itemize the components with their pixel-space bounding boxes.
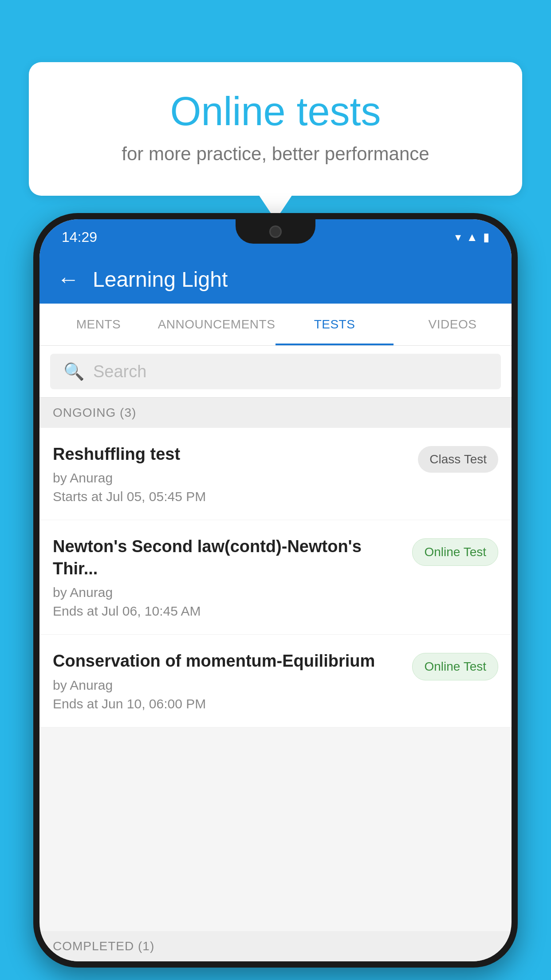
test-item-1[interactable]: Reshuffling test by Anurag Starts at Jul… — [39, 428, 512, 520]
test-time-1: Starts at Jul 05, 05:45 PM — [53, 489, 409, 504]
test-author-1: by Anurag — [53, 470, 409, 486]
app-title: Learning Light — [93, 267, 228, 292]
bubble-title: Online tests — [64, 89, 487, 134]
test-author-3: by Anurag — [53, 678, 403, 693]
test-time-3: Ends at Jun 10, 06:00 PM — [53, 696, 403, 711]
test-name-3: Conservation of momentum-Equilibrium — [53, 650, 403, 672]
test-badge-3: Online Test — [412, 653, 498, 680]
ongoing-label: ONGOING (3) — [53, 406, 136, 419]
tab-tests[interactable]: TESTS — [276, 304, 394, 345]
tab-ments[interactable]: MENTS — [39, 304, 157, 345]
status-icons: ▾ ▲ ▮ — [455, 230, 489, 244]
completed-label: COMPLETED (1) — [53, 939, 154, 953]
tabs-bar: MENTS ANNOUNCEMENTS TESTS VIDEOS — [39, 304, 512, 346]
search-icon: 🔍 — [63, 362, 84, 381]
search-container: 🔍 Search — [39, 346, 512, 398]
tab-announcements[interactable]: ANNOUNCEMENTS — [157, 304, 276, 345]
notch — [236, 219, 315, 244]
status-bar: 14:29 ▾ ▲ ▮ — [39, 219, 512, 255]
completed-section-header: COMPLETED (1) — [39, 931, 512, 961]
camera — [269, 225, 282, 238]
status-time: 14:29 — [62, 229, 97, 245]
battery-icon: ▮ — [483, 230, 489, 244]
tab-videos[interactable]: VIDEOS — [394, 304, 512, 345]
signal-icon: ▲ — [466, 230, 478, 244]
test-name-1: Reshuffling test — [53, 443, 409, 465]
wifi-icon: ▾ — [455, 230, 461, 244]
speech-bubble: Online tests for more practice, better p… — [29, 62, 522, 196]
tests-list: Reshuffling test by Anurag Starts at Jul… — [39, 428, 512, 727]
test-info-3: Conservation of momentum-Equilibrium by … — [53, 650, 403, 711]
phone-container: 14:29 ▾ ▲ ▮ ← Learning Light MENTS — [33, 213, 518, 980]
test-item-2[interactable]: Newton's Second law(contd)-Newton's Thir… — [39, 520, 512, 635]
speech-bubble-container: Online tests for more practice, better p… — [29, 62, 522, 196]
phone-screen: 14:29 ▾ ▲ ▮ ← Learning Light MENTS — [39, 219, 512, 961]
bubble-subtitle: for more practice, better performance — [64, 143, 487, 165]
search-placeholder: Search — [93, 362, 146, 381]
app-bar: ← Learning Light — [39, 255, 512, 304]
test-info-2: Newton's Second law(contd)-Newton's Thir… — [53, 536, 403, 619]
search-box[interactable]: 🔍 Search — [50, 354, 501, 389]
back-button[interactable]: ← — [57, 266, 79, 292]
test-author-2: by Anurag — [53, 585, 403, 600]
test-item-3[interactable]: Conservation of momentum-Equilibrium by … — [39, 635, 512, 727]
phone-frame: 14:29 ▾ ▲ ▮ ← Learning Light MENTS — [33, 213, 518, 968]
test-name-2: Newton's Second law(contd)-Newton's Thir… — [53, 536, 403, 580]
ongoing-section-header: ONGOING (3) — [39, 398, 512, 428]
test-badge-2: Online Test — [412, 538, 498, 566]
test-time-2: Ends at Jul 06, 10:45 AM — [53, 604, 403, 619]
test-info-1: Reshuffling test by Anurag Starts at Jul… — [53, 443, 409, 504]
test-badge-1: Class Test — [418, 446, 498, 473]
